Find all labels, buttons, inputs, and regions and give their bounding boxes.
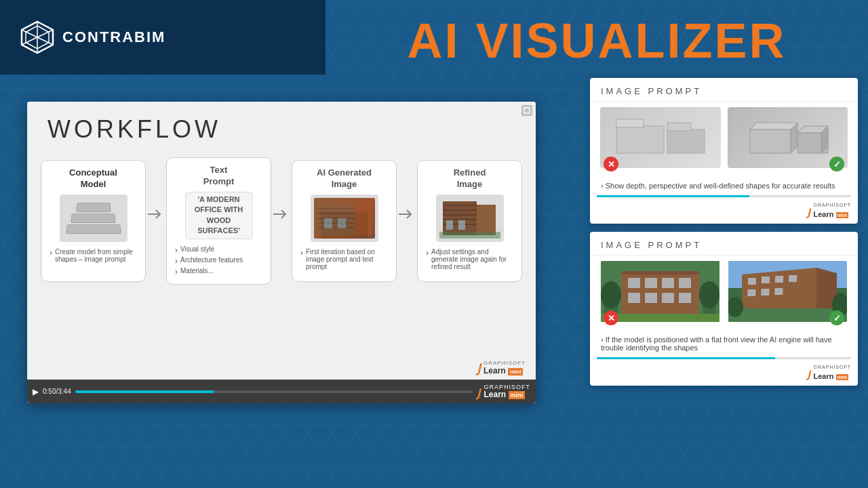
bullet-item: Architecture features bbox=[175, 256, 262, 266]
svg-rect-22 bbox=[458, 220, 465, 230]
svg-rect-26 bbox=[667, 129, 705, 153]
svg-rect-25 bbox=[616, 119, 644, 127]
bullet-item: Create model from simple shapes – image … bbox=[50, 247, 137, 264]
workflow-title: WORKFLOW bbox=[27, 102, 536, 150]
step-bullets-text-prompt: Visual style Architecture features Mater… bbox=[175, 245, 262, 277]
svg-rect-8 bbox=[317, 213, 355, 214]
step-bullets-conceptual: Create model from simple shapes – image … bbox=[50, 247, 137, 264]
step-title-text-prompt: TextPrompt bbox=[203, 165, 235, 188]
svg-rect-15 bbox=[477, 205, 496, 235]
video-learn-mini: mini bbox=[509, 391, 526, 399]
svg-rect-23 bbox=[439, 232, 500, 239]
card-2-bad-image bbox=[600, 261, 721, 322]
svg-rect-7 bbox=[317, 208, 355, 209]
photo-angled-building-svg bbox=[728, 261, 847, 322]
video-controls-bar: ▶ 0:50/3:44 ȷ GRAPHISOFT Learn mini bbox=[27, 380, 536, 403]
arrow-1 bbox=[146, 207, 166, 221]
step-image-ai-generated bbox=[311, 195, 378, 242]
card-2-bad-wrap: ✕ bbox=[600, 261, 721, 322]
slide-j-logo: ȷ bbox=[477, 359, 481, 376]
bad-badge-2: ✕ bbox=[604, 310, 618, 325]
step-title-ai-generated: AI GeneratedImage bbox=[317, 167, 372, 190]
stack-layer-1 bbox=[76, 203, 111, 212]
svg-rect-24 bbox=[616, 126, 664, 153]
card-1-images-row: ✕ ✓ bbox=[590, 102, 858, 174]
card-1-description: Show depth, perspective and well-defined… bbox=[590, 174, 858, 194]
svg-rect-49 bbox=[601, 314, 719, 322]
step-image-refined bbox=[436, 195, 504, 242]
footer-learn-mini-2: mini bbox=[836, 374, 848, 380]
svg-rect-10 bbox=[317, 222, 355, 224]
svg-rect-60 bbox=[761, 289, 769, 296]
card-2-footer: ȷ GRAPHISOFT Learn mini bbox=[590, 361, 858, 386]
bullet-item: Materials... bbox=[175, 266, 262, 277]
contrabim-logo-icon bbox=[20, 20, 54, 54]
card-2-good-wrap: ✓ bbox=[728, 261, 848, 322]
card-1-good-wrap: ✓ bbox=[728, 107, 848, 168]
svg-rect-19 bbox=[443, 219, 477, 220]
slide-expand-button[interactable] bbox=[521, 105, 532, 116]
svg-rect-59 bbox=[747, 289, 755, 296]
svg-rect-58 bbox=[789, 275, 797, 282]
good-badge-1: ✓ bbox=[829, 157, 844, 171]
svg-rect-9 bbox=[317, 218, 355, 219]
card-1-bad-image bbox=[600, 107, 721, 168]
bullet-item: Adjust settings and generate image again… bbox=[426, 247, 513, 271]
arrow-icon-2 bbox=[273, 207, 290, 221]
video-progress-bar[interactable] bbox=[75, 390, 473, 393]
footer-graphisoft-1: GRAPHISOFT Learn mini bbox=[813, 203, 851, 220]
video-panel: WORKFLOW ConceptualModel Create model fr… bbox=[27, 102, 536, 403]
card-2-title: IMAGE PROMPT bbox=[601, 240, 702, 250]
image-prompt-card-1: IMAGE PROMPT ✕ bbox=[590, 78, 858, 224]
svg-point-46 bbox=[601, 281, 621, 308]
footer-learn-1: Learn mini bbox=[813, 210, 848, 218]
svg-marker-29 bbox=[750, 123, 797, 129]
svg-rect-28 bbox=[750, 129, 791, 153]
header: CONTRABIM AI VISUALIZER bbox=[0, 0, 868, 75]
footer-j-1: ȷ bbox=[807, 204, 810, 219]
boxes-flat-svg bbox=[613, 113, 708, 163]
svg-rect-21 bbox=[446, 220, 453, 230]
step-image-conceptual bbox=[60, 195, 127, 242]
workflow-step-refined: RefinedImage bbox=[417, 160, 522, 282]
footer-learn-2: Learn mini bbox=[813, 372, 848, 380]
footer-graphisoft-2: GRAPHISOFT Learn mini bbox=[813, 365, 851, 382]
svg-rect-12 bbox=[324, 218, 332, 228]
play-button[interactable]: ▶ bbox=[33, 387, 39, 396]
svg-rect-11 bbox=[317, 227, 355, 228]
image-prompt-card-2: IMAGE PROMPT bbox=[590, 232, 858, 386]
svg-rect-55 bbox=[748, 278, 756, 285]
svg-rect-43 bbox=[662, 293, 674, 303]
step-bullets-ai-generated: First iteration based on image prompt an… bbox=[300, 247, 388, 271]
svg-rect-36 bbox=[621, 271, 699, 274]
expand-icon bbox=[524, 107, 530, 114]
svg-rect-17 bbox=[443, 209, 477, 211]
svg-rect-42 bbox=[645, 293, 657, 303]
card-2-images-row: ✕ bbox=[590, 256, 858, 327]
slide-learn-text: Learn mini bbox=[484, 366, 526, 375]
refined-building-svg bbox=[439, 198, 500, 239]
card-2-description: If the model is positioned with a flat f… bbox=[590, 327, 858, 356]
photo-flat-building-svg bbox=[601, 261, 719, 322]
svg-rect-44 bbox=[679, 293, 691, 303]
bullet-item: Visual style bbox=[175, 245, 262, 256]
card-1-bad-wrap: ✕ bbox=[600, 107, 721, 168]
slide-learn-mini: mini bbox=[508, 368, 523, 375]
workflow-diagram: ConceptualModel Create model from simple… bbox=[27, 150, 536, 291]
svg-rect-6 bbox=[355, 201, 372, 235]
arrow-3 bbox=[397, 207, 417, 221]
card-2-progress-fill bbox=[597, 357, 775, 359]
video-graphisoft-text: GRAPHISOFT Learn mini bbox=[484, 384, 530, 399]
footer-j-2: ȷ bbox=[807, 366, 810, 381]
svg-rect-18 bbox=[443, 214, 477, 216]
svg-rect-16 bbox=[443, 205, 477, 206]
svg-rect-57 bbox=[775, 276, 783, 283]
card-2-good-image bbox=[728, 261, 848, 322]
slide-graphisoft-brand: GRAPHISOFT bbox=[484, 360, 526, 366]
arrow-icon-3 bbox=[399, 207, 416, 221]
video-graphisoft-logo: ȷ GRAPHISOFT Learn mini bbox=[477, 384, 530, 400]
video-content: WORKFLOW ConceptualModel Create model fr… bbox=[27, 102, 536, 403]
video-j-logo: ȷ bbox=[477, 384, 481, 400]
footer-brand-1: GRAPHISOFT bbox=[813, 203, 851, 207]
card-1-progress-fill bbox=[597, 195, 749, 197]
